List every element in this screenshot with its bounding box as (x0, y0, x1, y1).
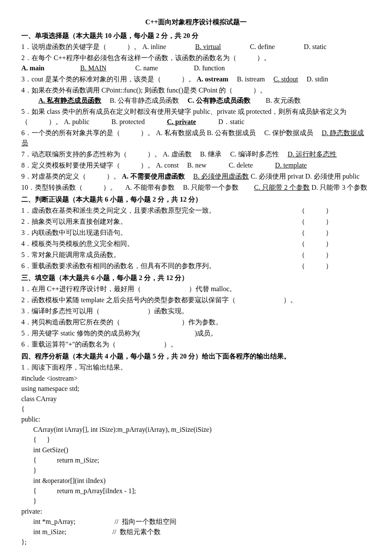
q8-c: C. delete (229, 162, 253, 169)
q5-d: D．static (218, 118, 244, 125)
s2-q4: 4．模板类与类模板的意义完全相同。（ ） (21, 239, 371, 249)
q2-d: D. function (194, 64, 225, 72)
q1-d: D. static (304, 43, 326, 50)
q8-d: D. template (275, 162, 307, 169)
q3-text: 3．cout 是某个类的标准对象的引用，该类是（ ）。 (21, 75, 195, 83)
q8-b: B. new (187, 162, 206, 169)
q7-c: C. 编译时多态性 (230, 150, 279, 158)
s4-q1-intro: 1．阅读下面程序，写出输出结果。 (21, 362, 371, 373)
s2-q6-text: 6．重载函数要求函数有相同的函数名，但具有不同的参数序列。 (21, 262, 216, 269)
q6-c: C. 保护数据成员 (264, 129, 313, 136)
q8-text: 8．定义类模板时要使用关键字（ ）。 (21, 162, 154, 169)
s2-q4-text: 4．模板类与类模板的意义完全相同。 (21, 240, 134, 247)
q1-b: B. virtual (195, 43, 221, 50)
s2-q3-text: 3．内联函数中可以出现递归语句。 (21, 229, 127, 236)
q9: 9．对虚基类的定义（ ）。 A. 不需要使用虚函数 B. 必须使用虚函数 C. … (21, 171, 371, 182)
q9-a: A. 不需要使用虚函数 (122, 173, 185, 180)
s3-q6: 6．重载运算符"+"的函数名为（ ）。 (21, 339, 371, 350)
q4-c: C. 公有静态成员函数 (187, 97, 251, 104)
q2-text: 2．在每个 C++程序中都必须包含有这样一个函数，该函数的函数名为（ ）。 (21, 54, 271, 61)
tf-bracket: （ ） (298, 228, 332, 238)
q3-d: D. stdin (306, 75, 328, 83)
s2-q2-text: 2．抽象类可以用来直接创建对象。 (21, 218, 127, 225)
q9-d: D. 必须使用 public (305, 173, 360, 180)
s2-q1: 1．虚函数在基类和派生类之间定义，且要求函数原型完全一致。（ ） (21, 205, 371, 216)
q3-b: B. istream (237, 75, 265, 83)
s2-q5-text: 5．常对象只能调用常成员函数。 (21, 251, 120, 258)
section1-header: 一、单项选择题（本大题共 10 小题，每小题 2 分，共 20 分 (21, 31, 371, 41)
q5-c: C. private (167, 118, 196, 125)
q6-a: A. 私有数据成员 (156, 129, 205, 136)
q4-text: 4．如果在类外有函数调用 CPoint::func(); 则函数 func()是… (21, 87, 267, 94)
page-title: C++面向对象程序设计模拟试题一 (21, 17, 371, 27)
q9-c: C. 必须使用 privat (251, 173, 303, 180)
q2-a: A. main (21, 64, 44, 72)
q7-d: D. 运行时多态性 (288, 150, 337, 158)
q7: 7．动态联编所支持的多态性称为（ ）。 A. 虚函数 B. 继承 C. 编译时多… (21, 149, 371, 159)
q1-c: C. define (250, 43, 275, 50)
q4-b: B. 公有非静态成员函数 (110, 97, 179, 104)
q7-text: 7．动态联编所支持的多态性称为（ ）。 (21, 150, 161, 158)
section2-header: 二、判断正误题（本大题共 6 小题，每小题 2 分，共 12 分） (21, 194, 371, 205)
q4-a: A. 私有静态成员函数 (38, 97, 101, 104)
q10-c: C. 只能带 2 个参数 (254, 184, 310, 191)
q6: 6．一个类的所有对象共享的是（ ）。 A. 私有数据成员 B. 公有数据成员 C… (21, 128, 371, 148)
q9-b: B. 必须使用虚函数 (193, 173, 249, 180)
q6-text: 6．一个类的所有对象共享的是（ ）。 (21, 129, 154, 136)
s2-q6: 6．重载函数要求函数有相同的函数名，但具有不同的参数序列。（ ） (21, 261, 371, 271)
q3-a: A. ostream (197, 75, 228, 83)
q4: 4．如果在类外有函数调用 CPoint::func(); 则函数 func()是… (21, 85, 371, 106)
q1: 1．说明虚函数的关键字是（ ）。 A. inline B. virtual C.… (21, 42, 371, 52)
q9-text: 9．对虚基类的定义（ ）。 (21, 173, 120, 180)
q10-a: A. 不能带有参数 (125, 184, 175, 191)
s2-q3: 3．内联函数中可以出现递归语句。（ ） (21, 228, 371, 238)
code-block: #include <iostream> using namespace std;… (21, 373, 371, 555)
q4-d: B. 友元函数 (266, 97, 301, 104)
q2: 2．在每个 C++程序中都必须包含有这样一个函数，该函数的函数名为（ ）。 A.… (21, 53, 371, 73)
s3-q3: 3．编译时多态性可以用（ ）函数实现。 (21, 306, 371, 316)
q10-d: D. 只能带 3 个参数 (311, 184, 368, 191)
s2-q2: 2．抽象类可以用来直接创建对象。（ ） (21, 217, 371, 227)
q2-c: C. name (135, 64, 158, 72)
section3-header: 三、填空题（本大题共 6 小题，每小题 2 分，共 12 分） (21, 273, 371, 283)
section4-header: 四、程序分析题（本大题共 4 小题，每小题 5 分，共 20 分）给出下面各程序… (21, 351, 371, 361)
q7-b: B. 继承 (200, 150, 222, 158)
q3: 3．cout 是某个类的标准对象的引用，该类是（ ）。 A. ostream B… (21, 74, 371, 84)
q5: 5．如果 class 类中的所有成员在定义时都没有使用关键字 public、pr… (21, 107, 371, 127)
s3-q1: 1．在用 C++进行程序设计时，最好用（ ）代替 malloc。 (21, 284, 371, 294)
q1-a: A. inline (142, 43, 166, 50)
q5-b: B. protected (112, 118, 145, 125)
s3-q2: 2．函数模板中紧随 template 之后尖括号内的类型参数都要寇以保留字（ ）… (21, 295, 371, 305)
tf-bracket: （ ） (298, 217, 332, 227)
tf-bracket: （ ） (298, 239, 332, 249)
q8-a: A. const (156, 162, 179, 169)
q8: 8．定义类模板时要使用关键字（ ）。 A. const B. new C. de… (21, 160, 371, 171)
q5-a: A. public (64, 118, 89, 125)
q7-a: A. 虚函数 (163, 150, 192, 158)
q10-b: B. 只能带一个参数 (183, 184, 239, 191)
q10: 10．类型转换函数（ ）。 A. 不能带有参数 B. 只能带一个参数 C. 只能… (21, 182, 371, 193)
tf-bracket: （ ） (298, 261, 332, 271)
s2-q5: 5．常对象只能调用常成员函数。（ ） (21, 250, 371, 260)
q2-b: B. MAIN (80, 64, 106, 72)
s3-q5: 5．用关键字 static 修饰的类的成员称为( )成员。 (21, 328, 371, 338)
s2-q1-text: 1．虚函数在基类和派生类之间定义，且要求函数原型完全一致。 (21, 207, 216, 214)
tf-bracket: （ ） (298, 250, 332, 260)
q10-text: 10．类型转换函数（ ）。 (21, 184, 117, 191)
q3-c: C. stdout (274, 75, 298, 83)
q1-text: 1．说明虚函数的关键字是（ ）。 (21, 43, 141, 50)
tf-bracket: （ ） (298, 205, 332, 216)
q6-b: B. 公有数据成员 (207, 129, 256, 136)
s3-q4: 4．拷贝构造函数用它所在类的（ ）作为参数。 (21, 317, 371, 327)
